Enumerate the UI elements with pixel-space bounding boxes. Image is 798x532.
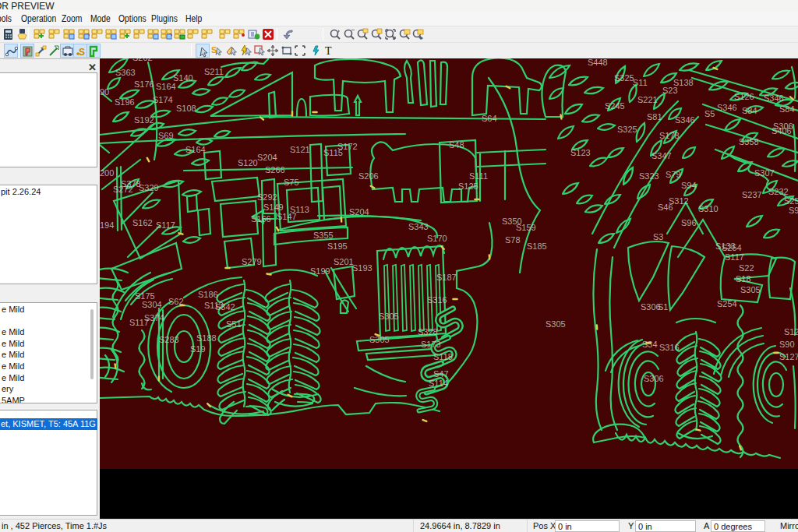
svg-text:S5: S5 — [704, 109, 715, 118]
svg-text:S149: S149 — [263, 203, 284, 212]
svg-text:S448: S448 — [588, 58, 608, 67]
svg-text:S306: S306 — [641, 302, 661, 312]
svg-text:S118: S118 — [433, 352, 453, 361]
svg-text:S75: S75 — [284, 178, 299, 187]
svg-text:S178: S178 — [659, 131, 680, 140]
svg-text:S304: S304 — [142, 300, 162, 309]
svg-text:S46: S46 — [658, 203, 673, 212]
svg-text:S47: S47 — [433, 369, 449, 379]
svg-text:S114: S114 — [429, 379, 448, 388]
svg-text:S346: S346 — [675, 115, 695, 125]
svg-text:S111: S111 — [469, 171, 488, 181]
svg-text:S96: S96 — [681, 218, 697, 227]
svg-text:S48: S48 — [449, 140, 464, 150]
svg-text:S193: S193 — [352, 263, 373, 273]
svg-text:S316: S316 — [427, 295, 447, 305]
svg-text:S187: S187 — [436, 273, 457, 282]
svg-text:S305: S305 — [740, 285, 761, 294]
svg-text:S18: S18 — [736, 274, 751, 284]
svg-text:S166: S166 — [251, 214, 271, 224]
svg-text:S164: S164 — [156, 82, 176, 91]
svg-text:S305: S305 — [379, 312, 399, 321]
svg-text:S256: S256 — [784, 196, 798, 206]
svg-text:S199: S199 — [310, 266, 330, 276]
svg-text:S358: S358 — [739, 137, 759, 146]
svg-text:S34: S34 — [642, 340, 658, 349]
svg-text:S120: S120 — [238, 158, 258, 167]
svg-text:S3: S3 — [653, 232, 663, 241]
svg-text:S279: S279 — [242, 257, 262, 266]
svg-text:S173: S173 — [421, 340, 441, 349]
svg-text:S325: S325 — [617, 125, 637, 134]
svg-text:S123: S123 — [570, 148, 591, 157]
svg-text:S51: S51 — [226, 319, 242, 329]
svg-text:S310: S310 — [698, 204, 719, 213]
svg-text:S174: S174 — [153, 95, 173, 104]
svg-text:S117: S117 — [156, 220, 175, 230]
svg-text:S232: S232 — [768, 187, 789, 196]
svg-text:S140: S140 — [173, 73, 193, 83]
svg-text:S117: S117 — [725, 252, 744, 262]
svg-text:S159: S159 — [516, 223, 536, 232]
svg-text:S307: S307 — [754, 168, 775, 178]
svg-text:S64: S64 — [482, 114, 497, 123]
svg-text:S363: S363 — [115, 68, 136, 77]
svg-text:S201: S201 — [334, 257, 354, 266]
svg-text:S127: S127 — [779, 352, 798, 361]
svg-text:S172: S172 — [337, 142, 358, 151]
svg-text:S374: S374 — [144, 313, 164, 322]
svg-text:S192: S192 — [134, 115, 154, 125]
svg-text:S305: S305 — [369, 335, 390, 344]
svg-text:S19: S19 — [190, 344, 206, 354]
svg-text:S188: S188 — [196, 333, 217, 343]
svg-text:S186: S186 — [198, 290, 218, 299]
svg-text:S62: S62 — [168, 297, 184, 306]
svg-text:S108: S108 — [176, 104, 196, 113]
svg-text:S221: S221 — [637, 95, 658, 104]
svg-text:S90: S90 — [779, 340, 795, 349]
svg-text:S12: S12 — [784, 327, 798, 336]
svg-text:S202: S202 — [132, 58, 153, 62]
svg-text:S94: S94 — [681, 181, 697, 190]
svg-text:S316: S316 — [659, 343, 680, 352]
svg-text:S254: S254 — [722, 243, 742, 252]
svg-text:S113: S113 — [290, 205, 309, 214]
svg-text:S78: S78 — [505, 235, 521, 245]
svg-text:S195: S195 — [327, 241, 348, 251]
svg-text:S254: S254 — [717, 299, 737, 308]
svg-text:S138: S138 — [673, 78, 694, 87]
svg-text:S355: S355 — [313, 231, 334, 240]
svg-text:S211: S211 — [204, 67, 224, 76]
svg-text:194: 194 — [100, 220, 114, 230]
svg-text:S22: S22 — [739, 263, 754, 273]
svg-text:S176: S176 — [134, 79, 154, 89]
svg-text:S206: S206 — [358, 171, 379, 181]
svg-text:S204: S204 — [257, 153, 277, 162]
svg-text:S346: S346 — [764, 93, 784, 103]
svg-text:90: 90 — [100, 87, 109, 97]
svg-text:S245: S245 — [605, 101, 625, 111]
svg-text:S81: S81 — [647, 112, 662, 122]
svg-text:S306: S306 — [644, 374, 664, 383]
svg-text:S185: S185 — [527, 241, 547, 251]
svg-text:200: 200 — [100, 168, 114, 178]
svg-text:S346: S346 — [717, 103, 737, 112]
svg-text:S347: S347 — [651, 151, 672, 160]
svg-text:S126: S126 — [734, 92, 754, 101]
svg-text:S323: S323 — [639, 171, 659, 181]
svg-text:S306: S306 — [773, 122, 793, 131]
svg-text:S69: S69 — [158, 131, 174, 140]
svg-text:S283: S283 — [159, 335, 179, 344]
svg-text:S84: S84 — [742, 106, 757, 115]
svg-text:S305: S305 — [546, 319, 566, 329]
svg-text:S266: S266 — [265, 165, 285, 174]
svg-text:S342: S342 — [215, 302, 235, 312]
svg-text:S11: S11 — [633, 78, 648, 87]
svg-text:S121: S121 — [290, 145, 310, 154]
svg-text:S162: S162 — [132, 218, 153, 227]
svg-text:S196: S196 — [115, 97, 135, 107]
svg-text:S204: S204 — [349, 207, 369, 217]
svg-text:S96: S96 — [789, 206, 798, 215]
svg-text:S170: S170 — [427, 234, 447, 243]
svg-text:S164: S164 — [185, 145, 206, 154]
